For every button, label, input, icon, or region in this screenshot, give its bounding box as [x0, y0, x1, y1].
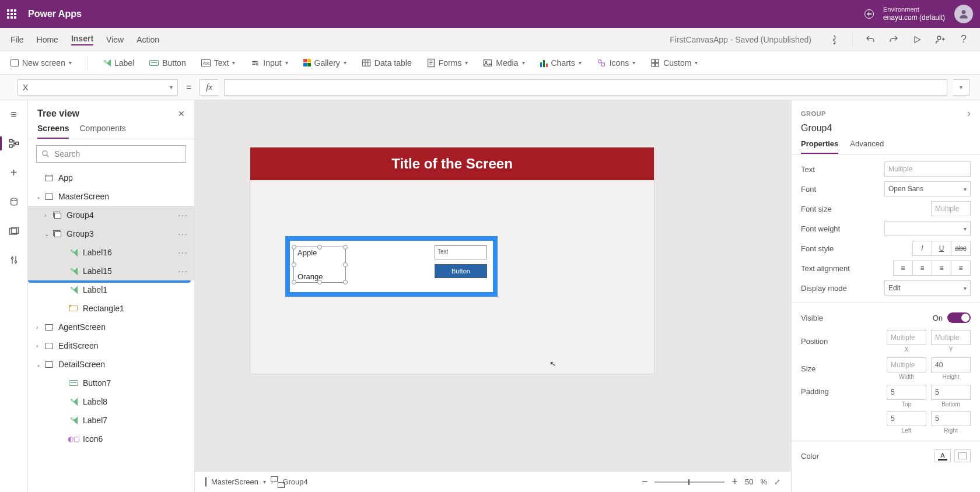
align-center-button[interactable]: ≡ [912, 261, 932, 276]
font-weight-select[interactable]: ▾ [884, 221, 971, 236]
new-screen-button[interactable]: New screen ▾ [10, 58, 72, 68]
zoom-slider[interactable] [654, 482, 724, 483]
selected-control-name[interactable]: Group4 [792, 122, 980, 139]
formula-input[interactable] [224, 79, 947, 96]
hamburger-icon[interactable]: ≡ [8, 108, 20, 120]
top-label: Top [902, 401, 911, 407]
padding-left-input[interactable]: 5 [887, 411, 926, 426]
chevron-down-icon[interactable]: ▾ [263, 479, 266, 485]
close-icon[interactable]: ✕ [178, 109, 185, 118]
tree-item-label7[interactable]: Label7 [28, 411, 194, 430]
media-dropdown[interactable]: Media ▾ [483, 58, 524, 68]
fit-to-screen-icon[interactable]: ⤢ [774, 477, 780, 486]
tree-item-label1[interactable]: Label1 [28, 280, 194, 299]
padding-top-input[interactable]: 5 [887, 385, 926, 400]
zoom-out-button[interactable]: − [642, 476, 648, 488]
visible-toggle[interactable] [947, 312, 971, 323]
more-icon[interactable]: ··· [178, 248, 188, 257]
charts-dropdown[interactable]: Charts ▾ [540, 58, 582, 68]
tab-properties[interactable]: Properties [801, 139, 838, 154]
selected-group-box[interactable]: Apple Orange Text Button [285, 236, 498, 297]
tree-item-editscreen[interactable]: › EditScreen [28, 336, 194, 355]
help-icon[interactable]: ? [958, 34, 970, 45]
text-dropdown[interactable]: Abc Text ▾ [201, 58, 236, 68]
label-button[interactable]: Label [103, 58, 134, 68]
menu-home[interactable]: Home [37, 35, 58, 44]
waffle-icon[interactable] [7, 9, 16, 19]
menu-insert[interactable]: Insert [71, 34, 93, 45]
size-height-input[interactable]: 40 [931, 357, 971, 372]
strikethrough-button[interactable]: abc [951, 241, 971, 256]
align-right-button[interactable]: ≡ [932, 261, 951, 276]
underline-button[interactable]: U [932, 241, 951, 256]
position-y-input[interactable]: Multiple [931, 330, 971, 345]
more-icon[interactable]: ··· [178, 266, 188, 276]
zoom-in-button[interactable]: + [732, 476, 738, 488]
tree-search-input[interactable]: Search [36, 145, 186, 163]
app-checker-icon[interactable] [829, 34, 841, 45]
tree-item-rectangle1[interactable]: Rectangle1 [28, 299, 194, 318]
share-icon[interactable] [935, 34, 946, 45]
tree-item-app[interactable]: App [28, 168, 194, 187]
position-x-input[interactable]: Multiple [887, 330, 926, 345]
data-icon[interactable] [8, 196, 20, 208]
tree-item-group4[interactable]: › Group4 ··· [28, 206, 194, 224]
size-width-input[interactable]: Multiple [887, 357, 926, 372]
tab-advanced[interactable]: Advanced [850, 139, 884, 154]
tree-item-agentscreen[interactable]: › AgentScreen [28, 318, 194, 336]
canvas-area[interactable]: Title of the Screen Apple Orange Text Bu… [195, 100, 791, 492]
play-icon[interactable] [911, 34, 923, 45]
canvas-screen[interactable]: Title of the Screen Apple Orange Text Bu… [250, 147, 654, 374]
formula-expand-button[interactable]: ▾ [953, 79, 970, 96]
font-size-input[interactable]: Multiple [931, 201, 971, 216]
property-selector[interactable]: X ▾ [18, 79, 178, 96]
tree-item-label16[interactable]: Label16 ··· [28, 243, 194, 262]
environment[interactable]: Environment enayu.com (default) [883, 5, 945, 23]
font-select[interactable]: Open Sans▾ [884, 181, 971, 196]
tree-item-button7[interactable]: Button7 [28, 374, 194, 392]
gallery-dropdown[interactable]: Gallery ▾ [303, 58, 346, 68]
breadcrumb-selection[interactable]: Group4 [282, 477, 307, 486]
tree-item-group3[interactable]: ⌄ Group3 ··· [28, 224, 194, 243]
environment-icon[interactable] [864, 9, 874, 19]
tree-item-icon6[interactable]: ◐▢ Icon6 [28, 430, 194, 448]
padding-right-input[interactable]: 5 [931, 411, 971, 426]
display-mode-select[interactable]: Edit▾ [884, 280, 971, 296]
text-selection-box[interactable]: Text [435, 245, 487, 259]
insert-icon[interactable]: + [8, 167, 20, 178]
data-table-button[interactable]: Data table [362, 58, 412, 68]
tab-components[interactable]: Components [79, 124, 125, 139]
tree-item-detailscreen[interactable]: ⌄ DetailScreen [28, 355, 194, 374]
tree-item-label8[interactable]: Label8 [28, 392, 194, 411]
tree-item-masterscreen[interactable]: ⌄ MasterScreen [28, 187, 194, 206]
advanced-tools-icon[interactable] [8, 254, 20, 266]
font-color-button[interactable]: A [935, 449, 951, 462]
undo-icon[interactable] [864, 34, 876, 45]
padding-bottom-input[interactable]: 5 [931, 385, 971, 400]
more-icon[interactable]: ··· [178, 210, 188, 220]
button-button[interactable]: Button [149, 58, 186, 68]
text-input[interactable]: Multiple [884, 161, 971, 177]
menu-file[interactable]: File [10, 35, 24, 44]
forms-dropdown[interactable]: Forms ▾ [427, 58, 468, 68]
labels-selection-box[interactable]: Apple Orange [293, 247, 346, 283]
redo-icon[interactable] [888, 34, 900, 45]
menu-view[interactable]: View [106, 35, 124, 44]
chevron-right-icon[interactable]: › [967, 107, 971, 120]
input-dropdown[interactable]: Input ▾ [250, 58, 288, 68]
icons-dropdown[interactable]: Icons ▾ [597, 58, 635, 68]
breadcrumb-screen[interactable]: MasterScreen [211, 477, 258, 486]
fill-color-button[interactable] [954, 449, 971, 462]
tab-screens[interactable]: Screens [37, 124, 69, 139]
more-icon[interactable]: ··· [178, 229, 188, 238]
tree-item-label15[interactable]: Label15 ··· [28, 262, 194, 280]
tree-view-icon[interactable] [8, 138, 20, 149]
align-justify-button[interactable]: ≡ [951, 261, 971, 276]
user-avatar[interactable] [954, 5, 973, 23]
button-selection-box[interactable]: Button [435, 264, 487, 278]
italic-button[interactable]: I [912, 241, 932, 256]
menu-action[interactable]: Action [136, 35, 159, 44]
custom-dropdown[interactable]: Custom ▾ [650, 58, 698, 68]
media-rail-icon[interactable] [8, 225, 20, 237]
align-left-button[interactable]: ≡ [893, 261, 913, 276]
